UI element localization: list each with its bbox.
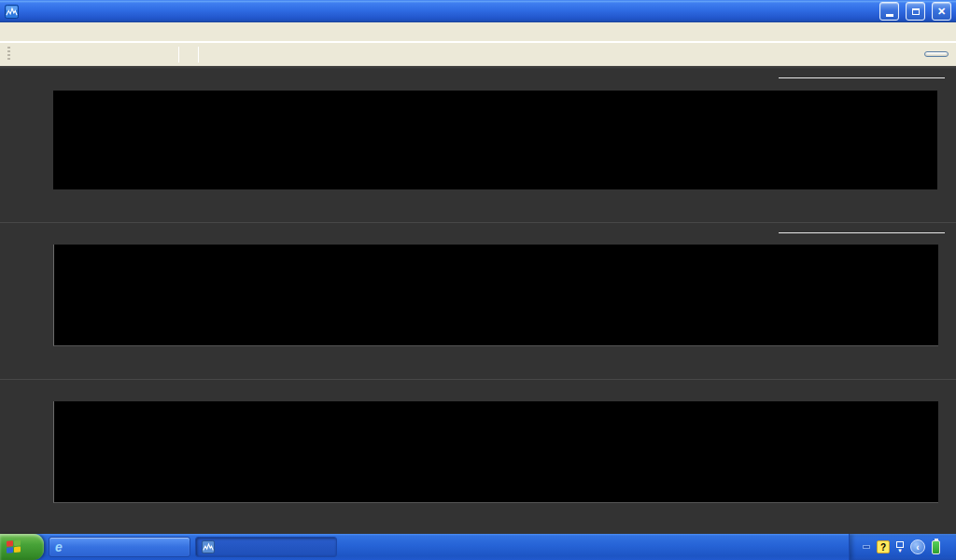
waveform-yticks bbox=[0, 245, 52, 345]
waveform-xticks bbox=[53, 348, 937, 363]
restore-icon bbox=[912, 8, 920, 15]
waterfall-yticks bbox=[0, 91, 52, 189]
taskbar-item-airview[interactable] bbox=[195, 537, 337, 557]
toolbar-separator bbox=[178, 47, 179, 63]
toolbar-separator bbox=[198, 47, 199, 63]
hidden-icons-toggle[interactable]: ▾ bbox=[896, 541, 904, 553]
language-indicator[interactable] bbox=[863, 545, 870, 549]
reset-all-data-button[interactable] bbox=[924, 51, 949, 57]
app-icon bbox=[5, 5, 19, 19]
titlebar[interactable]: ✕ bbox=[0, 0, 956, 22]
power-colorbar bbox=[774, 71, 945, 78]
chevron-down-icon: ▾ bbox=[898, 548, 902, 553]
waveform-canvas bbox=[53, 245, 938, 346]
colorbar-gradient bbox=[779, 71, 945, 78]
realtime-yticks bbox=[0, 401, 52, 502]
waveform-section bbox=[0, 222, 956, 379]
internet-explorer-icon: e bbox=[55, 540, 63, 553]
main-content bbox=[0, 66, 956, 534]
waterfall-heatmap-canvas bbox=[53, 91, 937, 189]
taskbar: e ? ▾ ‹ bbox=[0, 534, 956, 560]
colorbar-gradient bbox=[779, 226, 945, 233]
waterfall-xticks bbox=[53, 190, 937, 205]
toolbar-grip[interactable] bbox=[7, 47, 10, 62]
close-button[interactable]: ✕ bbox=[932, 2, 951, 21]
realtime-section bbox=[0, 379, 956, 535]
realtime-canvas bbox=[53, 401, 938, 503]
minimize-icon bbox=[886, 14, 893, 17]
minimize-button[interactable] bbox=[879, 2, 899, 21]
system-tray: ? ▾ ‹ bbox=[849, 534, 956, 560]
taskbar-item-browser[interactable]: e bbox=[49, 537, 190, 557]
realtime-xticks bbox=[53, 505, 937, 520]
collapse-tray-button[interactable]: ‹ bbox=[910, 539, 925, 554]
hits-colorbar bbox=[774, 226, 945, 233]
airview-icon bbox=[202, 540, 215, 553]
menubar bbox=[0, 22, 956, 42]
help-tray-icon[interactable]: ? bbox=[877, 540, 890, 553]
restore-button[interactable] bbox=[906, 2, 925, 21]
close-icon: ✕ bbox=[937, 6, 946, 18]
battery-icon[interactable] bbox=[932, 540, 940, 554]
waterfall-section bbox=[0, 67, 956, 222]
start-button[interactable] bbox=[0, 534, 44, 560]
windows-flag-icon bbox=[7, 539, 22, 554]
toolbar bbox=[0, 42, 956, 66]
